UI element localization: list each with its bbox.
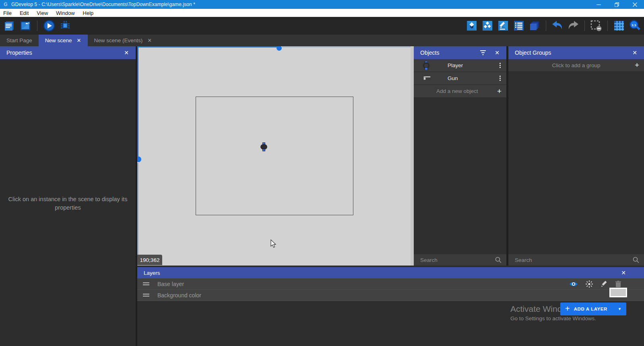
search-icon [495,257,502,263]
gun-object-icon [423,74,431,83]
delete-trash-icon[interactable] [615,280,621,288]
objects-header: Objects ✕ [414,46,506,59]
project-manager-icon[interactable] [3,20,15,32]
add-group-label: Click to add a group [508,62,644,68]
object-groups-search-input[interactable] [515,257,633,263]
layer-row-base[interactable]: Base layer [137,278,644,290]
layers-header: Layers ✕ [137,267,644,278]
window-controls [590,0,644,9]
window-title: GDevelop 5 - C:\Users\Sparkle\OneDrive\D… [11,2,195,7]
object-groups-icon[interactable] [481,20,493,32]
menu-view[interactable]: View [33,9,52,17]
vertical-scroll-handle[interactable] [137,157,141,162]
layer-actions [569,280,621,288]
tab-label: Start Page [6,37,32,43]
plus-icon: + [565,304,570,313]
close-icon[interactable]: ✕ [493,49,501,56]
filter-icon[interactable] [480,50,486,55]
player-object-icon [423,61,431,70]
properties-empty-message: Click on an instance in the scene to dis… [0,195,136,212]
horizontal-scroll-handle[interactable] [277,46,282,51]
chevron-down-icon[interactable]: ▼ [618,307,621,311]
deselect-icon[interactable] [590,20,602,32]
horizontal-scroll-track [282,46,411,47]
menu-help[interactable]: Help [79,9,98,17]
player-instance[interactable] [260,142,267,151]
cursor-coordinates-badge: 190;362 [137,255,162,265]
menu-edit[interactable]: Edit [16,9,33,17]
close-icon[interactable]: ✕ [123,49,130,56]
game-window-bounds [196,97,353,215]
tab-new-scene-events[interactable]: New scene (Events) ✕ [88,35,159,46]
objects-editor-icon[interactable] [466,20,478,32]
vertical-scroll-track [137,46,138,157]
properties-title: Properties [6,49,32,56]
edit-pencil-icon[interactable] [601,280,608,288]
menu-file[interactable]: File [0,9,16,17]
close-button[interactable] [626,0,644,9]
player-sprite-part [262,149,265,151]
tab-close-icon[interactable]: ✕ [77,37,81,43]
redo-icon[interactable] [567,20,579,32]
object-row-gun[interactable]: Gun [414,72,506,84]
objects-search-input[interactable] [420,257,495,263]
plus-icon[interactable]: + [497,87,502,96]
menu-window[interactable]: Window [52,9,78,17]
add-layer-button[interactable]: + ADD A LAYER ▼ [560,303,626,315]
tab-start-page[interactable]: Start Page [0,35,39,46]
toolbar-left [0,20,71,32]
properties-header: Properties ✕ [0,46,136,59]
close-icon[interactable]: ✕ [620,270,627,276]
canvas-scrollbar-strip[interactable] [411,46,414,266]
grid-icon[interactable] [613,20,625,32]
scene-canvas[interactable]: 190;362 [137,46,411,266]
toolbar-divider [607,21,608,31]
tab-new-scene[interactable]: New scene ✕ [39,35,88,46]
toolbar-divider [37,21,37,31]
layers-panel: Layers ✕ Base layer [137,266,644,346]
objects-title: Objects [420,49,439,56]
toolbar: 1:1 [0,17,644,35]
object-groups-search-bar[interactable] [508,254,644,266]
visibility-eye-icon[interactable] [569,281,578,287]
background-color-swatch[interactable] [609,288,627,297]
main-area: Properties ✕ Click on an instance in the… [0,46,644,346]
object-menu-icon[interactable] [500,63,501,68]
instances-list-icon[interactable] [513,20,525,32]
scene-window-icon[interactable] [19,20,31,32]
object-menu-icon[interactable] [500,76,501,81]
layer-name: Background color [157,292,201,299]
svg-text:1:1: 1:1 [632,23,636,27]
add-group-row[interactable]: Click to add a group + [508,59,644,71]
effects-icon[interactable] [585,280,593,288]
objects-search-bar[interactable] [414,254,506,266]
add-object-label: Add a new object [436,88,478,94]
drag-handle-icon[interactable] [143,294,149,297]
minimize-button[interactable] [590,0,608,9]
debug-icon[interactable] [59,20,71,32]
object-groups-header: Object Groups ✕ [508,46,644,59]
gdevelop-window: G GDevelop 5 - C:\Users\Sparkle\OneDrive… [0,0,644,346]
restore-button[interactable] [608,0,626,9]
properties-edit-icon[interactable] [497,20,509,32]
object-groups-title: Object Groups [515,49,551,56]
properties-panel: Properties ✕ Click on an instance in the… [0,46,136,346]
close-icon[interactable]: ✕ [631,49,638,56]
drag-handle-icon[interactable] [143,282,149,285]
vertical-scroll-track [137,163,138,255]
restore-icon [615,2,619,7]
play-icon[interactable] [43,20,55,32]
title-bar: G GDevelop 5 - C:\Users\Sparkle\OneDrive… [0,0,644,9]
watermark-line2: Go to Settings to activate Windows. [510,315,596,321]
plus-icon[interactable]: + [635,61,639,70]
mouse-cursor [270,239,277,248]
layers-toolbar-icon[interactable] [528,20,541,32]
object-row-player[interactable]: Player [414,59,506,72]
gdevelop-logo-icon: G [2,2,9,7]
tab-close-icon[interactable]: ✕ [147,37,152,43]
zoom-1-1-icon[interactable]: 1:1 [629,20,641,32]
undo-icon[interactable] [551,20,564,32]
add-object-row[interactable]: Add a new object + [414,85,506,97]
toolbar-right: 1:1 [466,17,641,35]
layer-row-background[interactable]: Background color [137,290,644,301]
